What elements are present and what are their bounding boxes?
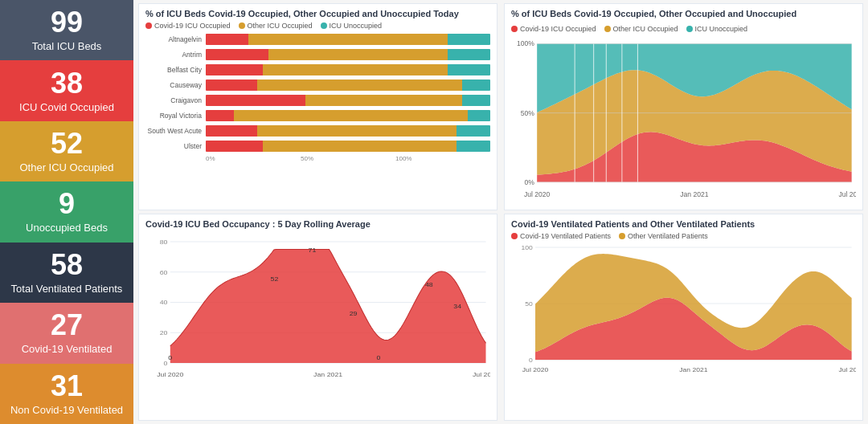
bar-label: Ulster <box>145 142 206 150</box>
bar-red <box>206 34 248 45</box>
bar-teal <box>448 64 490 75</box>
legend-item: Other ICU Occupied <box>604 25 678 33</box>
bar-row: Belfast City <box>145 63 490 76</box>
bar-track <box>206 80 490 91</box>
bottom-row: Covid-19 ICU Bed Occupancy : 5 Day Rolli… <box>138 214 863 421</box>
legend-item: Covid-19 ICU Occupied <box>511 25 596 33</box>
rolling-avg-panel: Covid-19 ICU Bed Occupancy : 5 Day Rolli… <box>138 214 497 421</box>
bar-chart-title: % of ICU Beds Covid-19 Occupied, Other O… <box>145 9 490 18</box>
area-top-svg: 100% 50% 0% Jul 2020 Jan 2021 Jul 2021 <box>511 39 856 200</box>
rolling-area <box>170 249 486 363</box>
legend-dot <box>145 22 152 29</box>
stat-number: 31 <box>51 372 83 401</box>
main-content: % of ICU Beds Covid-19 Occupied, Other O… <box>133 0 868 424</box>
x-axis-label: 100% <box>395 155 490 162</box>
annotation: 0 <box>168 353 172 361</box>
bar-yellow <box>257 125 457 137</box>
bar-yellow <box>268 49 448 60</box>
stat-card-non-covid-vent: 31 Non Covid-19 Ventilated <box>0 364 133 424</box>
annotation: 29 <box>350 310 358 318</box>
legend-item: Other ICU Occupied <box>239 22 313 30</box>
legend-dot <box>686 26 693 32</box>
annotation: 48 <box>425 281 433 289</box>
stat-card-icu-covid: 38 ICU Covid Occupied <box>0 60 133 120</box>
stat-number: 52 <box>51 129 83 158</box>
legend-label: Other ICU Occupied <box>613 25 678 33</box>
x-label: Jan 2021 <box>680 190 708 198</box>
bar-red <box>206 95 305 106</box>
y-label: 50 <box>525 300 533 308</box>
bar-red <box>206 64 263 75</box>
bar-chart-panel: % of ICU Beds Covid-19 Occupied, Other O… <box>138 3 497 210</box>
area-chart-top-panel: % of ICU Beds Covid-19 Occupied, Other O… <box>504 3 863 210</box>
bar-teal <box>462 80 490 91</box>
bar-row: Causeway <box>145 79 490 92</box>
bar-label: Craigavon <box>145 96 206 104</box>
y-label: 60 <box>160 268 168 276</box>
stat-label: Total ICU Beds <box>29 40 105 52</box>
bar-chart-rows: Altnagelvin Antrim Belfast City Causeway… <box>145 33 490 153</box>
bar-row: Ulster <box>145 140 490 153</box>
ventilated-legend: Covid-19 Ventilated PatientsOther Ventil… <box>511 232 856 240</box>
legend-item: Other Ventilated Patients <box>619 232 708 240</box>
y-label: 100 <box>522 243 534 251</box>
bar-track <box>206 95 490 106</box>
stat-label: Total Ventilated Patients <box>8 283 126 295</box>
area-chart-top-legend: Covid-19 ICU OccupiedOther ICU OccupiedI… <box>511 25 856 33</box>
legend-dot <box>619 233 625 239</box>
bar-track <box>206 34 490 45</box>
stat-card-unoccupied: 9 Unoccupied Beds <box>0 181 133 242</box>
y-label: 100% <box>517 39 534 47</box>
bar-red <box>206 110 234 121</box>
annotation: 71 <box>309 246 317 254</box>
y-label: 80 <box>160 238 168 246</box>
stat-label: Other ICU Occupied <box>16 161 117 173</box>
legend-label: Covid-19 ICU Occupied <box>520 25 596 33</box>
stat-label: Covid-19 Ventilated <box>18 343 116 355</box>
area-chart-top-title: % of ICU Beds Covid-19 Occupied, Other O… <box>511 9 856 18</box>
sidebar: 99 Total ICU Beds 38 ICU Covid Occupied … <box>0 0 133 424</box>
bar-yellow <box>248 34 448 45</box>
legend-label: Covid-19 Ventilated Patients <box>520 232 611 240</box>
y-label: 40 <box>160 299 168 307</box>
bar-row: Royal Victoria <box>145 109 490 122</box>
x-label: Jul 2020 <box>157 370 184 378</box>
bar-chart-legend: Covid-19 ICU OccupiedOther ICU OccupiedI… <box>145 22 490 30</box>
x-label: Jul 2021 <box>473 370 490 378</box>
bar-red <box>206 80 257 91</box>
bar-teal <box>457 141 490 152</box>
legend-label: ICU Unoccupied <box>330 22 383 30</box>
stat-number: 9 <box>59 190 75 218</box>
bar-track <box>206 49 490 60</box>
x-label: Jan 2021 <box>313 370 342 378</box>
bar-red <box>206 125 257 137</box>
annotation: 52 <box>271 275 279 283</box>
legend-label: Other Ventilated Patients <box>628 232 708 240</box>
bar-yellow <box>263 64 448 75</box>
legend-item: Covid-19 ICU Occupied <box>145 22 231 30</box>
bar-label: South West Acute <box>145 127 206 135</box>
ventilated-svg: 0 50 100 Jul 2020 Jan 2021 Jul 2021 <box>511 243 856 376</box>
rolling-avg-title: Covid-19 ICU Bed Occupancy : 5 Day Rolli… <box>145 219 490 229</box>
bar-teal <box>462 95 490 106</box>
bar-red <box>206 141 263 152</box>
bar-yellow <box>234 110 467 121</box>
bar-yellow <box>263 141 457 152</box>
stat-card-total-vent: 58 Total Ventilated Patients <box>0 243 133 303</box>
bar-teal <box>468 110 490 121</box>
bar-row: Antrim <box>145 48 490 61</box>
legend-dot <box>604 26 611 32</box>
legend-item: ICU Unoccupied <box>321 22 383 30</box>
bar-teal <box>457 125 490 137</box>
stat-number: 27 <box>51 311 83 340</box>
x-axis-label: 50% <box>301 155 395 162</box>
bar-track <box>206 141 490 152</box>
stat-label: Non Covid-19 Ventilated <box>7 404 126 416</box>
bar-row: Altnagelvin <box>145 33 490 46</box>
stat-card-total-icu: 99 Total ICU Beds <box>0 0 133 60</box>
bar-teal <box>448 34 490 45</box>
legend-dot <box>321 22 327 29</box>
rolling-avg-svg: 0 20 40 60 80 052712904834 Jul 2020 Jan … <box>145 232 490 381</box>
top-row: % of ICU Beds Covid-19 Occupied, Other O… <box>138 3 863 210</box>
legend-label: ICU Unoccupied <box>695 25 748 33</box>
